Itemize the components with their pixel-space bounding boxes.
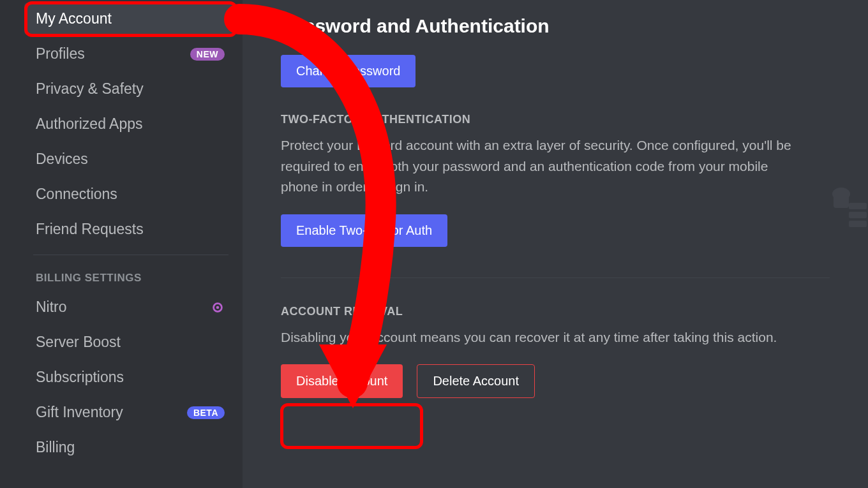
svg-rect-4 — [849, 203, 867, 209]
content-divider — [281, 277, 830, 278]
sidebar-item-label: Profiles — [36, 45, 85, 63]
svg-rect-6 — [849, 221, 867, 227]
sidebar-item-label: Connections — [36, 186, 117, 203]
sidebar-item-friend-requests[interactable]: Friend Requests — [24, 213, 236, 246]
sidebar-item-devices[interactable]: Devices — [24, 143, 236, 175]
sidebar-section-billing: BILLING SETTINGS — [24, 264, 243, 288]
new-badge: NEW — [190, 48, 225, 61]
sidebar-item-privacy-safety[interactable]: Privacy & Safety — [24, 73, 236, 105]
nitro-badge-icon — [211, 300, 225, 314]
twofa-header: TWO-FACTOR AUTHENTICATION — [281, 113, 830, 126]
sidebar-separator — [33, 255, 228, 255]
page-title: Password and Authentication — [281, 15, 830, 37]
sidebar-item-billing[interactable]: Billing — [24, 431, 236, 464]
sidebar-item-profiles[interactable]: Profiles NEW — [24, 38, 236, 70]
settings-content: Password and Authentication Change Passw… — [243, 0, 868, 488]
svg-rect-5 — [849, 212, 867, 218]
decorative-illustration — [830, 179, 868, 232]
account-removal-buttons: Disable Account Delete Account — [281, 364, 830, 398]
delete-account-button[interactable]: Delete Account — [417, 364, 535, 398]
account-removal-body-text: Disabling your account means you can rec… — [281, 327, 804, 348]
sidebar-item-connections[interactable]: Connections — [24, 178, 236, 211]
sidebar-item-label: Authorized Apps — [36, 115, 143, 133]
settings-sidebar: My Account Profiles NEW Privacy & Safety… — [0, 0, 243, 488]
sidebar-item-my-account[interactable]: My Account — [24, 3, 236, 35]
sidebar-item-nitro[interactable]: Nitro — [24, 291, 236, 323]
svg-rect-3 — [834, 194, 849, 208]
sidebar-item-label: Privacy & Safety — [36, 80, 144, 98]
account-removal-header: ACCOUNT REMOVAL — [281, 305, 830, 318]
sidebar-item-server-boost[interactable]: Server Boost — [24, 326, 236, 359]
password-block: Change Password — [281, 55, 830, 87]
twofa-block: TWO-FACTOR AUTHENTICATION Protect your D… — [281, 113, 830, 247]
change-password-button[interactable]: Change Password — [281, 55, 415, 87]
sidebar-item-label: Gift Inventory — [36, 404, 123, 421]
sidebar-item-label: Nitro — [36, 299, 67, 316]
svg-point-1 — [216, 306, 220, 309]
disable-account-button[interactable]: Disable Account — [281, 364, 403, 398]
beta-badge: BETA — [187, 406, 225, 419]
sidebar-item-gift-inventory[interactable]: Gift Inventory BETA — [24, 396, 236, 429]
sidebar-item-authorized-apps[interactable]: Authorized Apps — [24, 108, 236, 140]
sidebar-item-label: Subscriptions — [36, 369, 124, 386]
enable-2fa-button[interactable]: Enable Two-Factor Auth — [281, 214, 447, 247]
sidebar-item-label: Friend Requests — [36, 221, 144, 238]
twofa-body-text: Protect your Discord account with an ext… — [281, 135, 804, 198]
account-removal-block: ACCOUNT REMOVAL Disabling your account m… — [281, 305, 830, 399]
sidebar-item-subscriptions[interactable]: Subscriptions — [24, 361, 236, 394]
sidebar-item-label: My Account — [36, 10, 112, 27]
sidebar-item-label: Server Boost — [36, 334, 121, 351]
sidebar-item-label: Billing — [36, 439, 75, 456]
sidebar-item-label: Devices — [36, 151, 88, 168]
